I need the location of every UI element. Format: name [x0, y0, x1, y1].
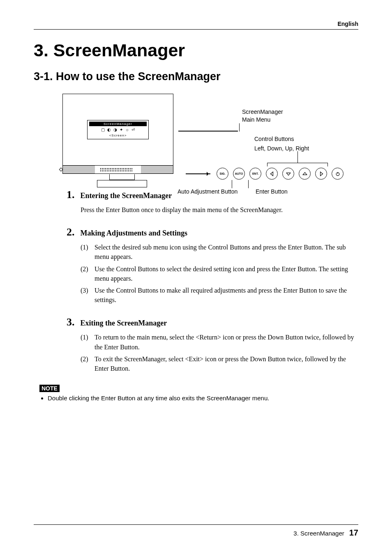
- section-title: 3-1. How to use the ScreenManager: [34, 70, 358, 83]
- item-text: Use the Control Buttons to select the de…: [95, 264, 358, 283]
- right-button-icon: [315, 168, 327, 180]
- note-badge: NOTE: [39, 385, 60, 392]
- osd-icon: ▢: [101, 128, 105, 132]
- item-num: (1): [81, 242, 91, 261]
- step-number: 1.: [67, 189, 75, 201]
- step-text: Press the Enter Button once to display t…: [81, 205, 358, 215]
- up-button-icon: [299, 168, 311, 180]
- step-number: 2.: [67, 226, 75, 238]
- footer-chapter: 3. ScreenManager: [293, 530, 344, 537]
- annot-text: Main Menu: [242, 116, 270, 123]
- auto-button: AUTO: [233, 168, 245, 180]
- sig-button: SIG.: [217, 168, 228, 180]
- step-title: Making Adjustments and Settings: [81, 229, 188, 238]
- leader-line: [297, 151, 298, 163]
- leader-line: [232, 180, 232, 188]
- step-2: 2. Making Adjustments and Settings (1)Se…: [67, 226, 358, 305]
- osd-icon: ☼: [125, 128, 129, 132]
- item-text: To exit the ScreenManager, select <Exit>…: [95, 354, 358, 373]
- osd-icon: ✦: [120, 128, 123, 132]
- annot-text: ScreenManager: [242, 108, 283, 115]
- page-footer: 3. ScreenManager 17: [34, 524, 358, 538]
- bezel: [63, 165, 173, 173]
- page: English 3. ScreenManager 3-1. How to use…: [0, 0, 392, 554]
- osd-status: <Screen>: [89, 134, 147, 137]
- left-button-icon: [266, 168, 278, 180]
- item-text: To return to the main menu, select the <…: [95, 332, 358, 351]
- item-text: Select the desired sub menu icon using t…: [95, 242, 358, 261]
- note-item: Double clicking the Enter Button at any …: [48, 395, 358, 402]
- bracket-line: [267, 163, 328, 166]
- note-block: NOTE Double clicking the Enter Button at…: [39, 385, 358, 402]
- monitor-stand: [67, 174, 173, 188]
- osd-icon: ◐: [107, 128, 111, 132]
- footer-page: 17: [349, 528, 358, 538]
- annot-control-buttons: Control Buttons Left, Down, Up, Right: [254, 135, 325, 152]
- leader-line: [248, 180, 249, 188]
- arrow-icon: [186, 173, 210, 174]
- item-text: Use the Control Buttons to make all requ…: [95, 286, 358, 305]
- item-num: (1): [81, 332, 91, 351]
- annot-main-menu: ScreenManager Main Menu: [242, 108, 325, 124]
- item-num: (2): [81, 264, 91, 283]
- down-button-icon: [282, 168, 294, 180]
- button-panel: SIG. AUTO ENT.: [186, 168, 344, 180]
- step-3: 3. Exiting the ScreenManager (1)To retur…: [67, 316, 358, 373]
- osd-icon: ◑: [113, 128, 117, 132]
- osd-icon: ⏎: [131, 128, 135, 132]
- osd-titlebar: ScreenManager: [89, 122, 147, 126]
- annot-auto: Auto Adjustment Button: [178, 188, 238, 195]
- bezel-dots: [100, 168, 133, 172]
- step-title: Exiting the ScreenManager: [81, 319, 167, 328]
- language-label: English: [34, 21, 358, 30]
- step-title: Entering the ScreenManager: [81, 192, 172, 200]
- bezel-hatch: [141, 166, 173, 173]
- diagram: ScreenManager ▢ ◐ ◑ ✦ ☼ ⏎ <Screen>: [62, 94, 325, 174]
- annot-text: Control Buttons: [254, 136, 294, 142]
- item-num: (3): [81, 286, 91, 305]
- annot-enter: Enter Button: [256, 188, 288, 195]
- leader-line: [178, 131, 238, 132]
- power-led-icon: [59, 168, 63, 172]
- osd-menu: ScreenManager ▢ ◐ ◑ ✦ ☼ ⏎ <Screen>: [87, 120, 149, 139]
- step-number: 3.: [67, 316, 75, 328]
- monitor-illustration: ScreenManager ▢ ◐ ◑ ✦ ☼ ⏎ <Screen>: [62, 94, 173, 174]
- item-num: (2): [81, 354, 91, 373]
- screen-area: ScreenManager ▢ ◐ ◑ ✦ ☼ ⏎ <Screen>: [63, 94, 173, 165]
- chapter-title: 3. ScreenManager: [34, 40, 358, 60]
- osd-icon-row: ▢ ◐ ◑ ✦ ☼ ⏎: [89, 128, 147, 132]
- bezel-hatch: [63, 166, 95, 173]
- enter-button: ENT.: [249, 168, 261, 180]
- power-button-icon: [332, 168, 344, 180]
- annot-text: Left, Down, Up, Right: [254, 145, 325, 152]
